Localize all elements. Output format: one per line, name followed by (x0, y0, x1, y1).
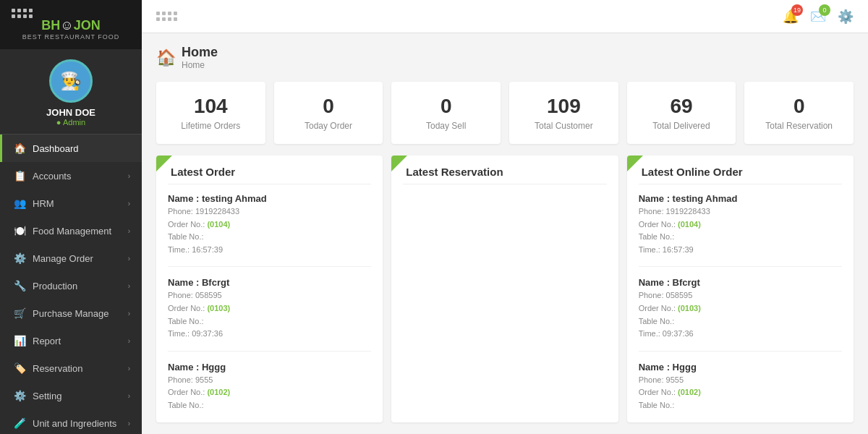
order-number: Order No.: (0103) (168, 302, 371, 315)
order-name: Name : Hggg (639, 362, 842, 373)
chevron-right-icon: › (128, 310, 130, 318)
avatar-icon: 👨‍🍳 (60, 71, 82, 91)
panel-corner (391, 156, 407, 171)
chevron-right-icon: › (128, 255, 130, 263)
notification-bell[interactable]: 🔔 19 (783, 9, 799, 25)
order-table: Table No.: (639, 231, 842, 244)
order-table: Table No.: (639, 315, 842, 328)
sidebar-role: ● Admin (7, 118, 135, 127)
reservation-icon: 🏷️ (14, 362, 25, 374)
chevron-right-icon: › (128, 337, 130, 345)
order-phone: Phone: 9555 (639, 374, 842, 387)
order-entry: Name : Hggg Phone: 9555 Order No.: (0102… (639, 362, 842, 412)
order-entry: Name : Bfcrgt Phone: 058595 Order No.: (… (168, 277, 371, 351)
page-title: Home (182, 45, 218, 60)
production-icon: 🔧 (14, 280, 25, 292)
topbar: 🔔 19 ✉️ 0 ⚙️ (142, 0, 868, 33)
total-delivered-label: Total Delivered (637, 121, 726, 131)
latest-order-panel: Latest Order Name : testing Ahmad Phone:… (156, 156, 383, 422)
order-entry: Name : testing Ahmad Phone: 1919228433 O… (639, 193, 842, 267)
stats-row: 104 Lifetime Orders 0 Today Order 0 Toda… (156, 82, 854, 144)
chevron-right-icon: › (128, 172, 130, 180)
sidebar-item-food-management[interactable]: 🍽️ Food Management › (0, 217, 142, 244)
sidebar-item-accounts[interactable]: 📋 Accounts › (0, 162, 142, 190)
content-area: 🏠 Home Home 104 Lifetime Orders 0 Today … (142, 33, 868, 434)
breadcrumb-sub: Home (182, 60, 218, 70)
sidebar-item-purchase-manage[interactable]: 🛒 Purchase Manage › (0, 299, 142, 327)
sidebar-item-label: HRM (33, 198, 54, 209)
latest-reservation-panel: Latest Reservation (391, 156, 618, 422)
panel-corner (627, 156, 643, 171)
sidebar-item-reservation[interactable]: 🏷️ Reservation › (0, 354, 142, 382)
order-time: Time.: 16:57:39 (168, 244, 371, 257)
food-icon: 🍽️ (14, 225, 25, 237)
sidebar-item-label: Food Management (33, 226, 111, 237)
order-entry: Name : Bfcrgt Phone: 058595 Order No.: (… (639, 277, 842, 351)
logo-text: BH☺JON (7, 18, 135, 33)
order-number: Order No.: (0103) (639, 302, 842, 315)
breadcrumb: 🏠 Home Home (156, 45, 854, 70)
today-order-number: 0 (284, 95, 373, 118)
today-sell-number: 0 (401, 95, 490, 118)
home-icon: 🏠 (14, 142, 25, 154)
chevron-right-icon: › (128, 200, 130, 208)
chevron-right-icon: › (128, 420, 130, 427)
chevron-right-icon: › (128, 392, 130, 400)
panels-row: Latest Order Name : testing Ahmad Phone:… (156, 156, 854, 422)
latest-order-title: Latest Order (168, 166, 371, 184)
sidebar-item-hrm[interactable]: 👥 HRM › (0, 190, 142, 217)
sidebar-item-label: Report (33, 336, 61, 346)
order-phone: Phone: 1919228433 (168, 205, 371, 218)
sidebar-avatar: 👨‍🍳 JOHN DOE ● Admin (0, 49, 142, 135)
order-name: Name : Bfcrgt (639, 277, 842, 288)
order-table: Table No.: (168, 315, 371, 328)
stat-card-today-order: 0 Today Order (274, 82, 383, 144)
sidebar-item-label: Purchase Manage (33, 308, 109, 319)
latest-online-order-panel: Latest Online Order Name : testing Ahmad… (627, 156, 854, 422)
sidebar-item-production[interactable]: 🔧 Production › (0, 272, 142, 299)
order-name: Name : testing Ahmad (168, 193, 371, 204)
notification-count: 19 (791, 4, 803, 16)
order-table: Table No.: (639, 399, 842, 412)
chevron-right-icon: › (128, 282, 130, 290)
latest-online-order-title: Latest Online Order (639, 166, 842, 184)
total-delivered-number: 69 (637, 95, 726, 118)
setting-icon: ⚙️ (14, 390, 25, 401)
today-order-label: Today Order (284, 121, 373, 131)
manage-order-icon: ⚙️ (14, 252, 25, 264)
hrm-icon: 👥 (14, 197, 25, 209)
stat-card-total-customer: 109 Total Customer (509, 82, 618, 144)
order-time: Time.: 09:37:36 (639, 328, 842, 341)
sidebar-item-label: Manage Order (33, 253, 93, 264)
sidebar: BH☺JON BEST RESTAURANT FOOD 👨‍🍳 JOHN DOE… (0, 0, 142, 434)
today-sell-label: Today Sell (401, 121, 490, 131)
sidebar-item-manage-order[interactable]: ⚙️ Manage Order › (0, 244, 142, 272)
order-number: Order No.: (0102) (639, 386, 842, 399)
order-phone: Phone: 9555 (168, 374, 371, 387)
logo-sub: BEST RESTAURANT FOOD (7, 33, 135, 41)
sidebar-logo: BH☺JON BEST RESTAURANT FOOD (0, 0, 142, 49)
topbar-left (156, 12, 771, 21)
order-number: Order No.: (0102) (168, 386, 371, 399)
sidebar-nav: 🏠 Dashboard 📋 Accounts › 👥 HRM › 🍽️ Food… (0, 135, 142, 434)
sidebar-item-label: Dashboard (33, 143, 79, 154)
message-icon[interactable]: ✉️ 0 (810, 9, 826, 25)
sidebar-item-report[interactable]: 📊 Report › (0, 327, 142, 354)
order-time: Time.: 09:37:36 (168, 328, 371, 341)
order-number: Order No.: (0104) (639, 218, 842, 231)
stat-card-total-reservation: 0 Total Reservation (744, 82, 854, 144)
unit-icon: 🧪 (14, 417, 25, 429)
sidebar-item-setting[interactable]: ⚙️ Setting › (0, 382, 142, 409)
total-customer-number: 109 (519, 95, 608, 118)
accounts-icon: 📋 (14, 170, 25, 182)
order-entry: Name : testing Ahmad Phone: 1919228433 O… (168, 193, 371, 267)
total-reservation-number: 0 (754, 95, 843, 118)
total-reservation-label: Total Reservation (754, 121, 843, 131)
sidebar-item-dashboard[interactable]: 🏠 Dashboard (0, 135, 142, 162)
settings-icon[interactable]: ⚙️ (838, 9, 854, 25)
chevron-right-icon: › (128, 365, 130, 373)
sidebar-item-unit-ingredients[interactable]: 🧪 Unit and Ingredients › (0, 409, 142, 434)
order-phone: Phone: 058595 (639, 289, 842, 302)
latest-reservation-title: Latest Reservation (403, 166, 606, 184)
order-time: Time.: 16:57:39 (639, 244, 842, 257)
